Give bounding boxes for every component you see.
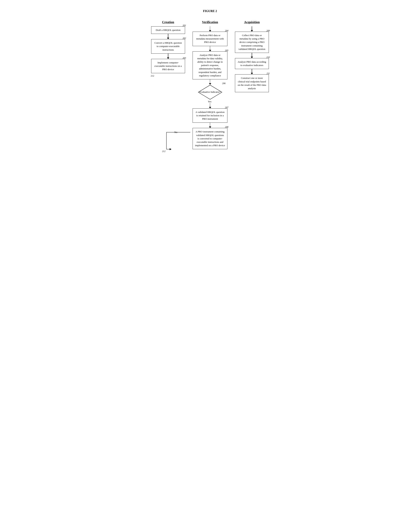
box-204: 204 Perform PRO data or metadata measure…	[193, 32, 227, 46]
box-202: 202 Convert a HRQOL question to computer…	[151, 39, 185, 54]
arrow-top-209	[251, 26, 253, 32]
figure-title: FIGURE 2	[148, 9, 272, 13]
loop-ref-label: 212	[151, 75, 154, 77]
arrow-206-207	[209, 103, 211, 108]
arrow-207-208	[209, 123, 211, 128]
verification-header: Verification	[202, 20, 218, 24]
box-210: 210 Analyze PRO data according to evalua…	[235, 58, 269, 69]
box-205: 205 Analyze PRO data or metadata for dat…	[193, 51, 227, 79]
loop-212-text: 212	[162, 150, 165, 153]
arrow-202-203	[167, 54, 169, 59]
ref-208: 208	[225, 125, 228, 129]
ref-202: 202	[183, 37, 186, 40]
ref-201: 201	[183, 24, 186, 27]
verification-column: 204 Perform PRO data or metadata measure…	[190, 26, 230, 149]
page: FIGURE 2 Creation Verification Acquisiti…	[144, 4, 276, 155]
arrow-210-211	[251, 69, 253, 74]
creation-column: 201 Draft a HRQOL question 202 Convert a…	[150, 26, 187, 77]
arrow-204-205	[209, 46, 211, 51]
box-201: 201 Draft a HRQOL question	[151, 26, 185, 34]
diamond-206: Evaluative Indicator?	[198, 85, 222, 100]
arrow-209-210	[251, 53, 253, 58]
arrow-205-206	[209, 79, 211, 85]
ref-207: 207	[225, 106, 228, 109]
box-207: 207 A validated HRQOL question is retain…	[193, 108, 227, 123]
ref-211: 211	[267, 72, 270, 75]
ref-209: 209	[266, 29, 270, 32]
box-208: 208 A PRO instrument containing validate…	[193, 128, 227, 149]
ref-210: 210	[266, 56, 270, 59]
arrow-201-202	[167, 34, 169, 39]
acquisition-header: Acquisition	[244, 20, 259, 24]
acquisition-column: 209 Collect PRO data or metadata by usin…	[234, 26, 270, 92]
ref-206: 206	[222, 82, 225, 85]
arrow-top-204	[209, 26, 211, 32]
ref-203: 203	[183, 56, 186, 60]
box-203: 203 Implement computer-executable instru…	[151, 59, 185, 73]
box-209: 209 Collect PRO data or metadata by usin…	[235, 32, 269, 53]
ref-205: 205	[225, 49, 228, 52]
ref-204: 204	[225, 29, 228, 32]
box-211: 211 Construct one or more clinical trial…	[235, 74, 269, 92]
creation-header: Creation	[162, 20, 174, 24]
yes-label: Yes	[208, 100, 211, 103]
